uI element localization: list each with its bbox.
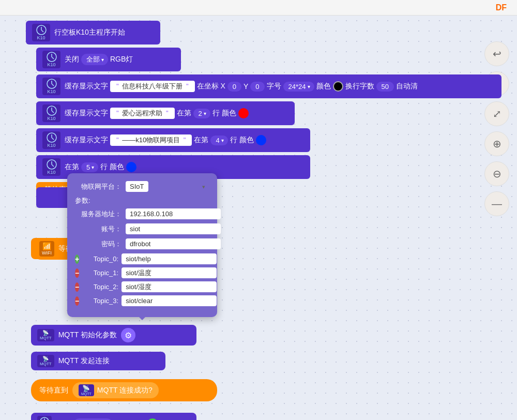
block-main-start: K10 行空板K10主程序开始 (26, 21, 160, 44)
wifi-wait-icon: 📶 (42, 242, 51, 250)
block3-y-val: 0 (250, 82, 264, 92)
block5-text-input[interactable]: " ——k10物联网项目 " (110, 134, 192, 146)
block4-color-dot[interactable] (238, 108, 249, 118)
light-icon (40, 417, 49, 420)
popup-password-row: 密码： (75, 238, 209, 249)
popup-platform-select-wrapper[interactable]: SIoT (126, 181, 209, 192)
block4-text-input[interactable]: " 爱心远程求助 " (110, 108, 175, 119)
mqtt-init-block: 📡 MQTT MQTT 初始化参数 ⚙ (31, 325, 196, 346)
zoom-in-button[interactable]: ⊕ (484, 131, 509, 156)
brand-label: DF (496, 3, 507, 12)
k10-badge-4: K10 (42, 104, 60, 122)
mqtt-wait-inner: 📡 MQTT MQTT 连接成功? (72, 382, 159, 398)
zoom-out-icon: ⊖ (493, 168, 501, 180)
k10-text-2: K10 (47, 62, 55, 67)
block4-color-label: 行 颜色 (212, 109, 236, 118)
dash-button[interactable]: — (484, 191, 509, 216)
block3-text-input[interactable]: " 信息科技八年级下册 " (110, 81, 195, 92)
topic3-remove-button[interactable]: − (75, 296, 79, 306)
block4-row-dropdown[interactable]: 2 (193, 109, 210, 118)
popup-topic2-input[interactable] (121, 281, 217, 292)
block6-color-label: 行 颜色 (100, 162, 124, 172)
undo-icon: ↩ (493, 48, 501, 60)
mqtt-connect-text: MQTT 发起连接 (58, 356, 110, 366)
mqtt-wait-inner-text: MQTT 连接成功? (97, 386, 153, 395)
popup-title: 物联网平台： (75, 182, 121, 191)
topic2-remove-button[interactable]: − (75, 282, 79, 292)
light-color-dot[interactable] (147, 418, 158, 421)
block2-dropdown[interactable]: 全部 (81, 54, 108, 65)
block3-y-label: Y (244, 82, 248, 91)
popup-account-row: 账号： (75, 223, 209, 234)
svg-line-8 (52, 84, 54, 86)
mqtt-wait-block: 等待直到 📡 MQTT MQTT 连接成功? (31, 379, 217, 401)
block3-font-dropdown[interactable]: 24*24 (283, 82, 314, 92)
popup-platform-row: 物联网平台： SIoT (75, 181, 209, 192)
popup-topic1-row: − Topic_1: (75, 267, 209, 278)
mqtt-gear-button[interactable]: ⚙ (121, 328, 135, 342)
popup-topic3-row: − Topic_3: (75, 295, 209, 306)
mqtt-init-icon: 📡 (42, 330, 49, 336)
block6-row-dropdown[interactable]: 5 (81, 162, 98, 172)
k10-badge-6: K10 (42, 158, 60, 176)
block3-wrap-val: 50 (376, 82, 394, 92)
block-display-text2: K10 缓存显示文字 " 爱心远程求助 " 在第 2 行 颜色 (36, 101, 295, 125)
block3-x-label: 在坐标 X (197, 82, 225, 91)
zoom-out-button[interactable]: ⊖ (484, 161, 509, 186)
block3-color-dot[interactable] (333, 81, 343, 92)
block6-color-dot[interactable] (126, 162, 136, 172)
k10-badge-1: K10 (32, 24, 50, 41)
popup-topic1-input[interactable] (121, 267, 217, 278)
k10-badge-2: K10 (42, 51, 60, 68)
light-badge: K10 (37, 416, 52, 420)
popup-server-input[interactable] (126, 208, 221, 219)
zoom-in-icon: ⊕ (493, 138, 501, 150)
mqtt-inner-label: MQTT (81, 392, 92, 396)
block3-x-val: 0 (227, 82, 241, 92)
dash-icon: — (492, 198, 502, 210)
mqtt-init-text: MQTT 初始化参数 (58, 331, 117, 340)
flip-button[interactable]: ⤢ (484, 101, 509, 126)
k10-text-4: K10 (47, 116, 55, 121)
svg-line-11 (52, 111, 54, 113)
popup-params-label: 参数: (75, 196, 209, 205)
flip-icon: ⤢ (493, 108, 501, 120)
popup-platform-select[interactable]: SIoT (126, 181, 148, 192)
block5-color-dot[interactable] (256, 135, 266, 145)
popup-password-input[interactable] (126, 238, 221, 249)
block5-row-dropdown[interactable]: 4 (210, 136, 227, 145)
block5-row-label: 在第 (194, 136, 208, 145)
topic0-add-button[interactable]: + (75, 254, 79, 264)
mqtt-connect-badge: 📡 MQTT (37, 355, 54, 367)
light-dropdown[interactable]: 全部 (-1) ▾ (73, 418, 113, 421)
mqtt-inner-icon: 📡 (82, 385, 90, 392)
popup-topic0-label: Topic_0: (82, 255, 118, 263)
block3-color-label: 颜色 (316, 82, 331, 91)
block-close-rgb: K10 关闭 全部 RGB灯 (36, 48, 181, 71)
svg-line-2 (41, 30, 43, 32)
mqtt-init-label: MQTT (40, 336, 52, 340)
popup-topic2-row: − Topic_2: (75, 281, 209, 292)
popup-topic3-input[interactable] (121, 295, 217, 306)
light-block: K10 灯号 全部 (-1) ▾ 显示颜色 (31, 413, 196, 420)
mqtt-wait-text: 等待直到 (39, 386, 68, 395)
wifi-wait-badge: 📶 WIFI (39, 241, 54, 257)
mqtt-connect-icon: 📡 (42, 356, 49, 362)
popup-account-input[interactable] (126, 223, 221, 234)
popup-dialog: 物联网平台： SIoT 参数: 服务器地址： 账号： 密码： + Topic_0… (67, 173, 217, 317)
block3-label: 缓存显示文字 (65, 82, 108, 91)
block6-row-label: 在第 (65, 162, 79, 172)
mqtt-connect-block: 📡 MQTT MQTT 发起连接 (31, 352, 165, 370)
undo-button[interactable]: ↩ (484, 41, 509, 66)
k10-text-1: K10 (37, 35, 45, 40)
svg-line-17 (52, 164, 54, 167)
mqtt-inner-badge: 📡 MQTT (79, 384, 94, 396)
block5-color-label: 行 颜色 (230, 136, 254, 145)
workspace: ↩ ↪ ⤢ ⊕ ⊖ — K10 (0, 16, 517, 420)
popup-topic0-input[interactable] (121, 253, 217, 264)
k10-text-3: K10 (47, 89, 55, 94)
block3-wrap-label: 换行字数 (345, 82, 374, 91)
block1-label: 行空板K10主程序开始 (54, 28, 125, 37)
topic1-remove-button[interactable]: − (75, 268, 79, 278)
block2-label1: 关闭 (65, 55, 79, 64)
